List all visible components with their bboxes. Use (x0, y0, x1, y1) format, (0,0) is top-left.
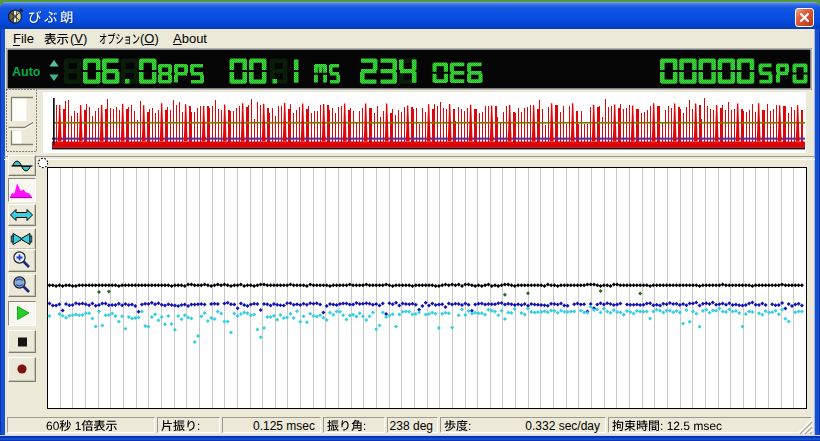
svg-text:Auto: Auto (12, 65, 41, 79)
